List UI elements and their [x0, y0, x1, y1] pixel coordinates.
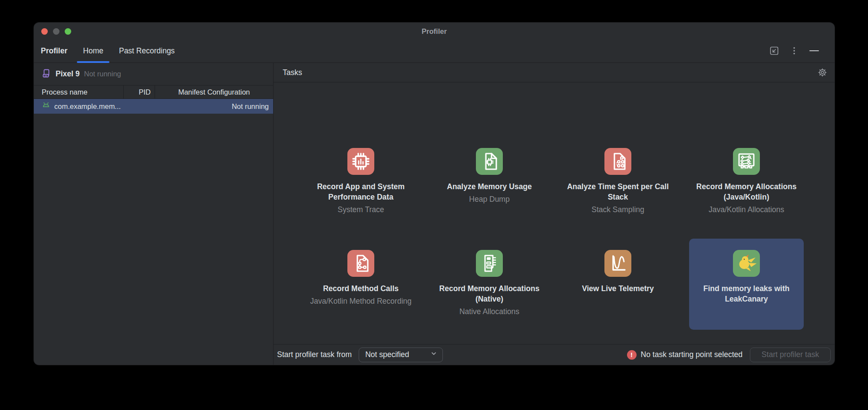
start-profiler-task-button[interactable]: Start profiler task — [750, 348, 831, 362]
task-title: Record Method Calls — [317, 283, 405, 294]
warning-text: No task starting point selected — [641, 350, 743, 359]
live-wave-icon — [604, 250, 631, 277]
tab-bar: Profiler Home Past Recordings — [34, 39, 835, 63]
starting-point-dropdown[interactable]: Not specified — [359, 348, 443, 362]
start-from-label: Start profiler task from — [277, 350, 352, 359]
task-card-record-method-calls[interactable]: Record Method Calls Java/Kotlin Method R… — [304, 239, 418, 330]
canary-bird-icon — [733, 250, 760, 277]
process-table-header: Process name PID Manifest Configuration — [34, 85, 273, 99]
task-title: View Live Telemetry — [576, 283, 660, 294]
document-graph-icon — [347, 250, 374, 277]
device-status: Not running — [84, 70, 121, 78]
task-config-bar: Start profiler task from Not specified !… — [274, 344, 835, 365]
device-name: Pixel 9 — [56, 69, 79, 79]
device-header: Pixel 9 Not running — [34, 63, 273, 85]
profiler-window: Profiler Profiler Home Past Recordings — [34, 23, 835, 365]
task-card-java-kotlin-allocations[interactable]: Record Memory Allocations (Java/Kotlin) … — [689, 137, 804, 228]
title-bar: Profiler — [34, 23, 835, 39]
dock-window-icon[interactable] — [769, 45, 780, 56]
task-subtitle: System Trace — [332, 204, 390, 215]
tabbar-actions — [769, 45, 828, 56]
task-title: Analyze Memory Usage — [441, 181, 538, 192]
column-pid[interactable]: PID — [124, 85, 155, 98]
task-title: Record Memory Allocations (Native) — [432, 283, 547, 304]
task-grid: Record App and System Performance Data S… — [304, 137, 804, 330]
task-card-system-trace[interactable]: Record App and System Performance Data S… — [304, 137, 418, 228]
content-area: Pixel 9 Not running Process name PID Man… — [34, 63, 835, 365]
task-subtitle: Stack Sampling — [585, 204, 650, 215]
gear-icon[interactable] — [816, 66, 828, 79]
task-subtitle: Java/Kotlin Allocations — [703, 204, 790, 215]
task-card-leakcanary[interactable]: Find memory leaks with LeakCanary — [689, 239, 804, 330]
task-title: Record Memory Allocations (Java/Kotlin) — [689, 181, 804, 202]
android-icon — [42, 101, 50, 112]
tasks-title: Tasks — [283, 68, 302, 77]
cpu-chart-icon — [347, 148, 374, 175]
tab-home[interactable]: Home — [77, 39, 109, 63]
tasks-header: Tasks — [274, 63, 835, 82]
document-callstack-icon — [604, 148, 631, 175]
bottom-bar-right: ! No task starting point selected Start … — [627, 348, 831, 362]
window-title: Profiler — [34, 23, 835, 39]
desktop-background: Profiler Profiler Home Past Recordings — [0, 0, 868, 410]
tasks-panel: Tasks — [273, 63, 835, 365]
process-name: com.example.mem... — [54, 102, 121, 111]
memory-list-icon — [476, 250, 503, 277]
task-title: Find memory leaks with LeakCanary — [689, 283, 804, 304]
error-icon: ! — [627, 350, 637, 360]
task-subtitle: Native Allocations — [453, 306, 525, 317]
column-process-name[interactable]: Process name — [34, 85, 124, 98]
task-card-live-telemetry[interactable]: View Live Telemetry — [561, 239, 675, 330]
chevron-down-icon — [430, 350, 437, 359]
device-phone-icon — [42, 69, 51, 80]
process-manifest-status: Not running — [232, 102, 269, 111]
task-title: Analyze Time Spent per Call Stack — [561, 181, 675, 202]
more-options-icon[interactable] — [789, 45, 800, 56]
dropdown-value: Not specified — [365, 350, 409, 359]
process-list-panel: Pixel 9 Not running Process name PID Man… — [34, 63, 273, 365]
tool-window-label: Profiler — [41, 46, 67, 56]
task-subtitle: Java/Kotlin Method Recording — [304, 296, 417, 306]
hide-icon[interactable] — [809, 45, 820, 56]
process-row-selected[interactable]: com.example.mem... Not running — [34, 99, 273, 114]
memory-nodes-icon — [733, 148, 760, 175]
task-subtitle: Heap Dump — [463, 194, 515, 204]
tab-past-recordings[interactable]: Past Recordings — [113, 39, 181, 63]
task-card-native-allocations[interactable]: Record Memory Allocations (Native) Nativ… — [432, 239, 547, 330]
task-title: Record App and System Performance Data — [304, 181, 418, 202]
column-manifest-configuration[interactable]: Manifest Configuration — [155, 85, 273, 98]
task-card-stack-sampling[interactable]: Analyze Time Spent per Call Stack Stack … — [561, 137, 675, 228]
task-card-heap-dump[interactable]: Analyze Memory Usage Heap Dump — [432, 137, 547, 228]
tasks-grid-area: Record App and System Performance Data S… — [274, 82, 835, 344]
document-chip-icon — [476, 148, 503, 175]
